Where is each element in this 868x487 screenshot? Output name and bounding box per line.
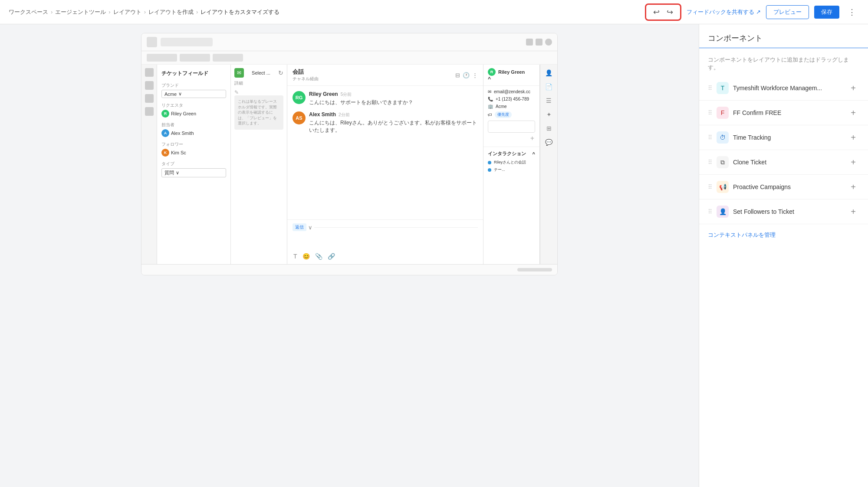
link-icon[interactable]: 🔗 [327,252,336,261]
preview-button[interactable]: プレビュー [766,5,809,19]
component-item-proactive-campaigns[interactable]: ⠿ 📢 Proactive Campaigns + [699,175,868,199]
message-1-avatar: RG [293,91,306,104]
comp-name-proactive-campaigns: Proactive Campaigns [733,183,843,190]
follower-label: フォロワー [161,141,226,147]
message-2: AS Alex Smith 2分前 こんにちは、Rileyさん。ありがとうござい… [293,111,478,134]
comp-add-button-proactive-campaigns[interactable]: + [847,181,859,193]
interaction-label-1: Rileyさんとの会話 [494,160,526,165]
component-item-clone-ticket[interactable]: ⠿ ⧉ Clone Ticket + [699,150,868,175]
interactions-title: インタラクション [488,150,526,157]
drag-handle-tymeshift[interactable]: ⠿ [708,85,712,92]
comp-add-button-set-followers[interactable]: + [847,206,859,218]
comp-add-button-time-tracking[interactable]: + [847,131,859,144]
mock-subtab-3 [213,54,243,62]
customer-notes-input[interactable] [488,121,535,133]
message-2-time: 2分前 [339,112,350,118]
reply-type-selector: 返信 ∨ [293,223,478,231]
context-grid-icon[interactable]: ⊞ [544,124,554,133]
reply-toolbar: T 😊 📎 🔗 [293,252,478,261]
more-icon[interactable]: ⋮ [472,72,478,78]
mock-tab-1 [161,38,213,46]
message-2-text: こんにちは、Rileyさん。ありがとうございます。私がお客様をサポートいたします… [309,119,478,134]
drag-handle-set-followers[interactable]: ⠿ [708,208,712,215]
breadcrumb-sep4: › [196,9,198,15]
reply-dropdown-button[interactable]: ∨ [308,224,312,231]
company-icon: 🏢 [488,104,493,109]
assignee-avatar: A [161,129,169,137]
breadcrumb-customize-layout: レイアウトをカスタマイズする [201,8,279,16]
component-item-ff-confirm[interactable]: ⠿ F FF Confirm FREE + [699,101,868,125]
message-2-avatar: AS [293,111,306,124]
context-star-icon[interactable]: ✦ [544,110,554,119]
undo-button[interactable]: ↩ [651,7,662,18]
collapse-interactions-icon[interactable]: ^ [533,151,535,157]
refresh-button[interactable]: ↻ [278,69,283,76]
comp-name-ff-confirm: FF Confirm FREE [733,109,843,116]
mock-content: チケットフィールド ブランド Acme ∨ リクエスタ R Riley Gree… [141,65,557,264]
save-button[interactable]: 保存 [814,6,839,19]
drag-handle-time-tracking[interactable]: ⠿ [708,134,712,141]
component-item-tymeshift[interactable]: ⠿ T Tymeshift Workforce Managem... + [699,76,868,101]
assignee-value: A Alex Smith [161,129,226,137]
reply-divider [314,227,478,228]
drag-handle-ff-confirm[interactable]: ⠿ [708,109,712,116]
collapse-customer-icon[interactable]: ^ [488,76,491,82]
breadcrumb-layout[interactable]: レイアウト [113,8,141,16]
chat-panel: 会話 チャネル経由 ⊟ 🕐 ⋮ RG [287,65,483,264]
comp-icon-proactive-campaigns: 📢 [717,181,729,193]
type-value: 質問 [164,170,174,176]
reply-input-area[interactable] [293,235,478,252]
mock-tab-bar [161,38,523,46]
context-chat-icon[interactable]: 💬 [544,137,554,147]
component-item-time-tracking[interactable]: ⠿ ⏱ Time Tracking + [699,125,868,150]
drag-handle-proactive-campaigns[interactable]: ⠿ [708,183,712,190]
follower-value: K Kim Sc [161,149,226,157]
breadcrumb-workspace[interactable]: ワークスペース [9,8,48,16]
more-options-button[interactable]: ⋮ [845,6,859,19]
email-icon: ✉ [488,89,491,94]
comp-icon-set-followers: 👤 [717,206,729,218]
edit-icon[interactable]: ✎ [234,89,239,95]
attach-icon[interactable]: 📎 [314,252,323,261]
type-dropdown[interactable]: 質問 ∨ [161,168,226,177]
customer-history-panel: R Riley Green ^ ✉ email@zendesk.cc [483,65,540,264]
drag-handle-clone-ticket[interactable]: ⠿ [708,159,712,166]
requester-avatar: R [161,110,169,118]
breadcrumb-create-layout[interactable]: レイアウトを作成 [148,8,194,16]
mock-right-sidebar: 👤 📄 ☰ ✦ ⊞ 💬 [540,65,557,264]
brand-chevron-icon: ∨ [178,91,182,97]
inbox-placeholder: これは単なるプレースホルダ情報です。実際の表示を確認するには、「プレビュー」を選… [234,95,283,130]
emoji-icon[interactable]: 😊 [302,252,311,261]
context-user-icon[interactable]: 👤 [544,68,554,78]
comp-icon-clone-ticket: ⧉ [717,156,729,168]
comp-add-button-ff-confirm[interactable]: + [847,107,859,119]
message-1-text: こんにちは、サポートをお願いできますか？ [309,99,478,106]
brand-dropdown[interactable]: Acme ∨ [161,90,226,98]
ticket-fields-title: チケットフィールド [161,70,226,77]
mock-scrollbar[interactable] [517,268,552,271]
follower-name: Kim Sc [171,150,186,155]
filter-icon[interactable]: ⊟ [455,72,460,78]
component-item-set-followers[interactable]: ⠿ 👤 Set Followers to Ticket + [699,199,868,224]
clock-icon[interactable]: 🕐 [463,72,470,78]
components-title: コンポーネント [708,33,859,43]
reply-type-tag: 返信 [293,223,306,231]
context-doc-icon[interactable]: 📄 [544,82,554,92]
comp-add-button-clone-ticket[interactable]: + [847,156,859,168]
breadcrumb-agent-tools[interactable]: エージェントツール [55,8,106,16]
customer-info: ✉ email@zendesk.cc 📞 +1 (123) 456-789 🏢 … [483,86,539,147]
feedback-link[interactable]: フィードバックを共有する ↗ [687,8,761,16]
message-1-time: 5分前 [341,92,352,98]
inbox-panel: ✉ Select ... ↻ 詳細 ✎ これは単なるプレースホルダ情報です。実際… [231,65,287,264]
mock-subtab-2 [180,54,210,62]
customer-phone: +1 (123) 456-789 [496,97,529,101]
chat-reply-area: 返信 ∨ T 😊 📎 🔗 [287,219,483,264]
redo-button[interactable]: ↪ [664,7,676,18]
interaction-label-2: テー... [494,167,505,173]
context-panel-manage-link[interactable]: コンテキストパネルを管理 [699,224,868,246]
context-list-icon[interactable]: ☰ [544,96,554,105]
comp-add-button-tymeshift[interactable]: + [847,82,859,94]
add-field-button[interactable]: + [529,134,535,143]
text-format-icon[interactable]: T [293,252,298,261]
chat-title: 会話 [293,68,319,76]
